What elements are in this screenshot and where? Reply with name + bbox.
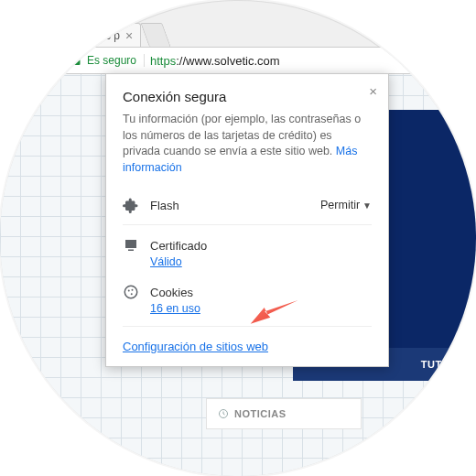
svg-point-2 [128,290,130,292]
divider [123,224,372,225]
news-label: NOTICIAS [234,408,287,419]
cookies-value-link[interactable]: 16 en uso [150,302,200,315]
lock-icon [72,55,81,66]
tab-strip: ón a los p × [64,23,167,47]
new-tab-button[interactable] [141,23,171,47]
clock-icon [218,408,229,419]
flash-label: Flash [150,199,179,212]
flash-value: Permitir [320,199,360,211]
circular-viewport: TUTOR ón a los p × Es seguro https://www… [0,0,476,476]
close-icon[interactable]: × [369,83,377,99]
certificate-value-link[interactable]: Válido [150,255,182,268]
nav-item-tutor[interactable]: TUTOR [421,359,458,370]
perm-row-certificate[interactable]: Certificado Válido [123,229,372,276]
popup-description: Tu información (por ejemplo, las contras… [123,112,372,176]
url-host: ://www.solvetic.com [176,54,279,68]
cookie-icon [123,284,139,300]
secure-chip[interactable]: Es seguro [87,54,145,67]
address-bar[interactable]: Es seguro https://www.solvetic.com [64,47,449,74]
certificate-icon [123,237,139,254]
tab-close-icon[interactable]: × [125,28,133,43]
tab-title: ón a los p [72,29,120,42]
svg-point-3 [132,289,134,291]
popup-title: Conexión segura [123,89,372,104]
perm-row-flash[interactable]: Flash Permitir ▼ [123,189,372,221]
flash-select[interactable]: Permitir ▼ [320,199,372,211]
puzzle-icon [123,197,139,213]
browser-tab[interactable]: ón a los p × [64,23,141,47]
popup-desc-text: Tu información (por ejemplo, las contras… [123,113,361,157]
svg-point-1 [124,286,137,298]
site-settings-link[interactable]: Configuración de sitios web [123,340,268,353]
certificate-label: Certificado [150,239,207,253]
news-card[interactable]: NOTICIAS [206,398,362,429]
svg-rect-0 [74,60,81,65]
svg-point-4 [131,293,133,295]
url-scheme: https [150,54,176,68]
url-text: https://www.solvetic.com [150,52,280,69]
cookies-label: Cookies [150,286,193,299]
dropdown-icon: ▼ [362,200,372,211]
